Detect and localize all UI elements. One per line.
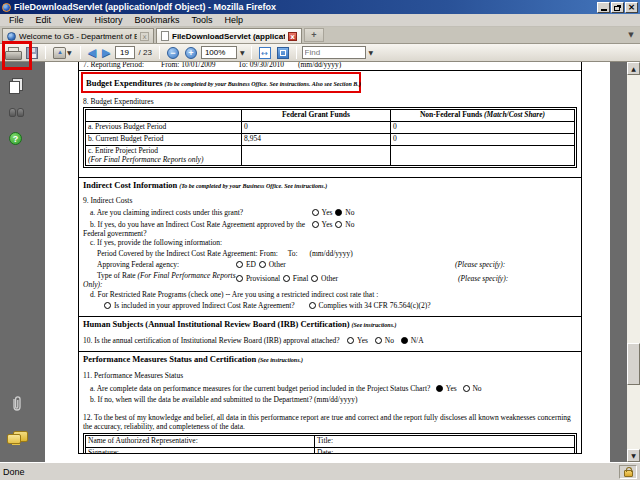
right-arrow-icon: ▶	[102, 47, 110, 58]
toolbar-separator	[45, 46, 46, 59]
fit-width-button[interactable]: ↔	[257, 45, 273, 61]
q9d-radio-included	[104, 302, 111, 309]
menu-bar: File Edit View History Bookmarks Tools H…	[0, 14, 640, 27]
scrollbar-thumb[interactable]	[627, 343, 640, 385]
tab-list-button[interactable]: ▼	[625, 29, 637, 41]
toolbar-separator	[159, 46, 160, 59]
tab-filedownloadservlet[interactable]: FileDownloadServlet (application... x	[156, 28, 302, 43]
menu-file[interactable]: File	[3, 15, 30, 25]
zoom-out-button[interactable]: −	[165, 45, 181, 61]
q9c-rate-row-wrap: Only):	[83, 280, 577, 289]
attachments-panel-button[interactable]	[10, 395, 23, 416]
table-row: b. Current Budget Period 8,954 0	[86, 134, 575, 146]
menu-help[interactable]: Help	[218, 15, 249, 25]
zoom-level-select[interactable]: 100%	[201, 46, 237, 59]
pages-panel-button[interactable]	[9, 78, 22, 93]
performance-measures-heading: Performance Measures Status and Certific…	[83, 354, 577, 364]
q11b-label: b. If no, when will the data be availabl…	[83, 395, 577, 404]
minimize-icon	[601, 9, 607, 11]
row-c-label: c. Entire Project Period(For Final Perfo…	[86, 146, 242, 166]
table-row: Signature: Date:	[86, 448, 575, 455]
search-panel-button[interactable]	[9, 108, 24, 117]
menu-tools[interactable]: Tools	[185, 15, 218, 25]
document-icon	[161, 31, 169, 41]
find-input[interactable]	[302, 46, 366, 59]
restore-icon	[614, 6, 620, 11]
toolbar-separator	[80, 46, 81, 59]
close-icon: ×	[628, 3, 636, 12]
window-title: FileDownloadServlet (application/pdf Obj…	[14, 2, 596, 12]
q9b-row: b. If yes, do you have an Indirect Cost …	[83, 220, 577, 229]
scroll-up-button[interactable]: ▲	[627, 62, 640, 75]
budget-header-nonfederal: Non-Federal Funds (Match/Cost Share)	[391, 110, 575, 122]
close-button[interactable]: ×	[625, 2, 638, 13]
q10-row: 10. Is the annual certification of Insti…	[83, 336, 577, 345]
lock-icon	[624, 470, 633, 477]
budget-header-blank	[86, 110, 242, 122]
q10-radio-na	[401, 337, 408, 344]
find-dropdown-icon[interactable]: ▼	[368, 49, 375, 57]
scroll-down-button[interactable]: ▼	[627, 449, 640, 462]
left-arrow-icon: ◀	[88, 47, 96, 58]
security-cell	[619, 465, 637, 479]
help-button[interactable]: ?	[9, 132, 22, 145]
menu-bookmarks[interactable]: Bookmarks	[128, 15, 185, 25]
budget-expenditures-note: (To be completed by your Business Office…	[164, 81, 360, 87]
next-page-button[interactable]: ▶	[100, 45, 112, 61]
signature-table: Name of Authorized Representative: Title…	[83, 433, 577, 454]
indirect-cost-heading: Indirect Cost Information (To be complet…	[83, 180, 577, 190]
previous-page-button[interactable]: ◀	[86, 45, 98, 61]
pdf-toolbar: ▼ ◀ ▶ / 23 − + 100% ▼ ↔ ▼	[0, 44, 640, 62]
tab-close-icon[interactable]: x	[140, 32, 149, 41]
new-tab-button[interactable]: +	[304, 28, 324, 42]
row-c-federal-value	[242, 146, 391, 166]
fit-page-button[interactable]	[275, 45, 291, 61]
signature-cell: Signature:	[86, 448, 315, 455]
row-b-label: b. Current Budget Period	[86, 134, 242, 146]
browser-window: FileDownloadServlet (application/pdf Obj…	[0, 0, 640, 480]
q9a-row: a. Are you claiming indirect costs under…	[83, 208, 577, 217]
title-cell: Title:	[315, 436, 575, 448]
menu-edit[interactable]: Edit	[30, 15, 58, 25]
vertical-scrollbar[interactable]: ▲ ▼	[627, 62, 640, 462]
q9a-radio-yes	[312, 209, 319, 216]
date-cell: Date:	[315, 448, 575, 455]
page-number-input[interactable]	[115, 46, 135, 59]
globe-icon	[7, 32, 16, 41]
status-bar: Done	[0, 462, 640, 480]
minimize-button[interactable]	[597, 2, 610, 13]
restore-button[interactable]	[611, 2, 624, 13]
section-divider	[79, 177, 581, 178]
q11a-radio-no	[463, 385, 470, 392]
tab-label: Welcome to G5 - Department of Educat...	[19, 32, 137, 41]
row-b-nonfederal-value: 0	[391, 134, 575, 146]
paperclip-icon	[10, 395, 23, 412]
q8-label: 8. Budget Expenditures	[83, 97, 577, 106]
tab-close-icon[interactable]: x	[288, 32, 297, 41]
menu-view[interactable]: View	[57, 15, 88, 25]
firefox-icon	[2, 3, 11, 12]
agency-specify-hint: (Please specify):	[455, 260, 505, 269]
toolbar-separator	[296, 46, 297, 59]
q9c-label: c. If yes, provide the following informa…	[83, 238, 577, 247]
q9b-row-2: Federal government?	[83, 229, 577, 238]
upload-icon	[53, 47, 66, 59]
scrollbar-track[interactable]	[627, 75, 640, 449]
row-b-federal-value: 8,954	[242, 134, 391, 146]
row-a-label: a. Previous Budget Period	[86, 122, 242, 134]
tab-label: FileDownloadServlet (application...	[172, 32, 285, 41]
zoom-dropdown-icon[interactable]: ▼	[239, 49, 246, 57]
fit-page-icon	[277, 47, 289, 59]
zoom-in-button[interactable]: +	[183, 45, 199, 61]
q10-radio-no	[375, 337, 382, 344]
row-a-nonfederal-value: 0	[391, 122, 575, 134]
share-button[interactable]: ▼	[51, 45, 75, 61]
reporting-to: To: 09/30/2010	[238, 62, 284, 69]
status-text: Done	[3, 467, 619, 477]
title-bar: FileDownloadServlet (application/pdf Obj…	[0, 0, 640, 14]
menu-history[interactable]: History	[88, 15, 128, 25]
q9b-radio-yes	[312, 221, 319, 228]
comments-panel-button[interactable]	[7, 431, 27, 445]
fit-width-icon: ↔	[259, 47, 271, 59]
q9c-rate-row: Type of Rate (For Final Performance Repo…	[83, 271, 577, 280]
